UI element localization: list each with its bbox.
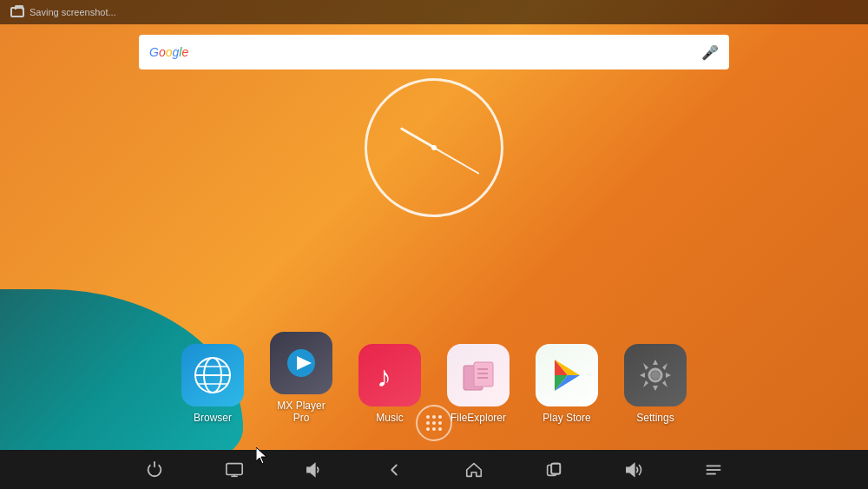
- app-playstore[interactable]: Play Store: [536, 344, 598, 424]
- volume-up-button[interactable]: [620, 456, 648, 484]
- fileexplorer-icon: [447, 344, 510, 406]
- home-icon: [464, 460, 483, 479]
- browser-label: Browser: [194, 412, 232, 424]
- dot: [438, 421, 442, 425]
- svg-rect-9: [474, 362, 493, 387]
- mxplayer-label: MX Player Pro: [270, 400, 332, 424]
- settings-gear-svg: [636, 356, 674, 394]
- recent-icon: [544, 460, 563, 479]
- playstore-label: Play Store: [542, 412, 590, 424]
- dot: [426, 415, 430, 419]
- status-text: Saving screenshot...: [30, 7, 116, 17]
- svg-rect-20: [227, 463, 242, 474]
- browser-icon: [181, 344, 244, 406]
- settings-label: Settings: [636, 412, 674, 424]
- clock-center: [431, 145, 437, 150]
- playstore-icon: [536, 344, 598, 406]
- power-icon: [145, 460, 164, 479]
- google-logo: Google: [149, 45, 701, 59]
- dot: [438, 415, 442, 419]
- music-note-svg: ♪: [372, 357, 408, 393]
- clock-face: [365, 78, 503, 217]
- app-fileexplorer[interactable]: FileExplorer: [447, 344, 510, 424]
- mxplayer-icon: [270, 332, 332, 394]
- status-bar: Saving screenshot...: [0, 0, 868, 24]
- screen: Saving screenshot... Google 🎤: [0, 0, 868, 489]
- volume-down-icon: [305, 460, 324, 479]
- app-music[interactable]: ♪ Music: [358, 344, 421, 424]
- browser-globe-svg: [191, 354, 234, 397]
- dot: [426, 427, 430, 431]
- svg-rect-25: [551, 463, 560, 473]
- display-icon: [225, 460, 244, 479]
- volume-up-icon: [624, 460, 643, 479]
- svg-point-19: [651, 371, 660, 380]
- playstore-svg: [547, 355, 587, 395]
- music-label: Music: [376, 412, 403, 424]
- app-browser[interactable]: Browser: [181, 344, 244, 424]
- back-icon: [385, 460, 404, 479]
- screenshot-status-icon: [10, 7, 24, 17]
- app-drawer-button[interactable]: [416, 405, 452, 441]
- music-icon: ♪: [358, 344, 421, 406]
- svg-marker-27: [627, 463, 635, 476]
- fileexplorer-label: FileExplorer: [450, 412, 506, 424]
- hour-hand: [399, 127, 434, 149]
- home-button[interactable]: [460, 456, 488, 484]
- dot: [426, 421, 430, 425]
- svg-marker-23: [307, 463, 315, 476]
- settings-icon: [624, 344, 687, 406]
- app-mxplayer[interactable]: MX Player Pro: [270, 332, 332, 424]
- menu-button[interactable]: [700, 456, 727, 484]
- back-button[interactable]: [380, 456, 408, 484]
- svg-text:♪: ♪: [377, 360, 391, 393]
- mic-icon[interactable]: 🎤: [701, 44, 719, 61]
- clock-widget: [365, 78, 503, 217]
- nav-bar: [0, 450, 868, 489]
- drawer-dots-grid: [426, 415, 443, 432]
- search-bar[interactable]: Google 🎤: [139, 35, 729, 69]
- recent-apps-button[interactable]: [540, 456, 568, 484]
- menu-icon: [704, 460, 723, 479]
- fileexplorer-svg: [457, 354, 500, 397]
- dot: [432, 421, 436, 425]
- screenshot-button[interactable]: [220, 456, 248, 484]
- power-button[interactable]: [141, 456, 168, 484]
- volume-down-button[interactable]: [300, 456, 328, 484]
- dot: [432, 415, 436, 419]
- dot: [438, 427, 442, 431]
- app-settings[interactable]: Settings: [624, 344, 687, 424]
- mxplayer-play-svg: [284, 346, 319, 380]
- dot: [432, 427, 436, 431]
- minute-hand: [434, 147, 480, 175]
